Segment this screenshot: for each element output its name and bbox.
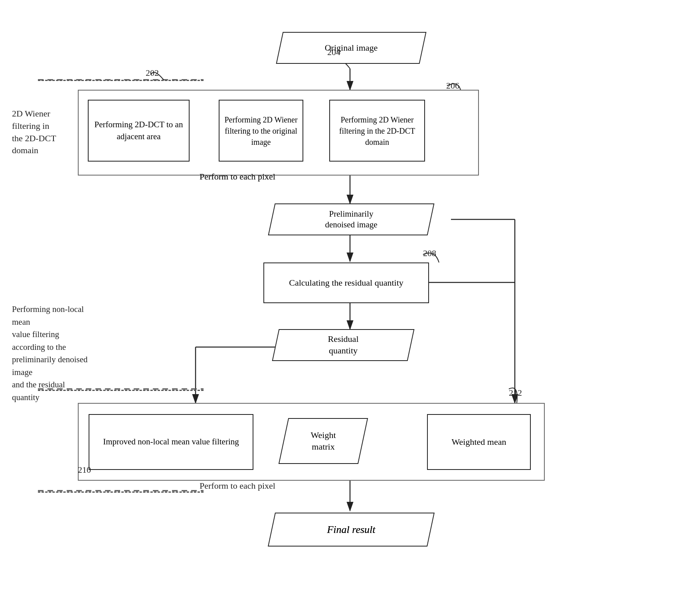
- step-2dcct-label: Performing 2D-DCT to an adjacent area: [89, 119, 189, 142]
- ref-206: 206: [446, 81, 459, 91]
- calc-residual-node: Calculating the residual quantity: [263, 262, 429, 303]
- ref-212: 212: [509, 388, 522, 398]
- prelim-denoised-node: Preliminarilydenoised image: [268, 203, 434, 235]
- residual-qty-node: Residualquantity: [272, 329, 414, 361]
- step-wiener-label: Performing 2D Wiener filtering to the or…: [219, 114, 303, 148]
- final-result-label: Final result: [272, 513, 430, 546]
- step-wiener-node: Performing 2D Wiener filtering to the or…: [219, 100, 303, 162]
- ref-202: 202: [146, 68, 159, 78]
- perform-each-pixel-1-text: Perform to each pixel: [200, 172, 275, 182]
- dashed-line-3: [38, 491, 204, 493]
- prelim-denoised-label: Preliminarilydenoised image: [272, 204, 430, 235]
- improved-nonlocal-label: Improved non-local mean value filtering: [103, 436, 239, 448]
- ref-208: 208: [423, 248, 436, 258]
- residual-qty-label: Residualquantity: [276, 330, 410, 360]
- weight-matrix-label: Weightmatrix: [284, 419, 362, 463]
- final-result-node: Final result: [268, 513, 435, 547]
- diagram: Original image 204 202 Performing 2D-DCT…: [0, 0, 700, 590]
- ref-204: 204: [327, 47, 340, 57]
- dashed-line-2: [38, 390, 204, 391]
- step-domain-label: Performing 2D Wiener filtering in the 2D…: [330, 114, 424, 148]
- wiener-side-label: 2D Wiener filtering inthe 2D-DCT domain: [12, 108, 80, 157]
- ref-210: 210: [78, 465, 91, 475]
- weighted-mean-label: Weighted mean: [452, 436, 506, 448]
- weighted-mean-node: Weighted mean: [427, 414, 531, 470]
- step-2dcct-node: Performing 2D-DCT to an adjacent area: [88, 100, 190, 162]
- improved-nonlocal-node: Improved non-local mean value filtering: [89, 414, 253, 470]
- weight-matrix-node: Weightmatrix: [279, 418, 368, 464]
- dashed-line-1: [38, 80, 204, 81]
- perform-each-pixel-2-text: Perform to each pixel: [200, 481, 275, 491]
- original-image-node: Original image: [276, 32, 426, 64]
- step-domain-node: Performing 2D Wiener filtering in the 2D…: [329, 100, 425, 162]
- non-local-side-label: Performing non-local meanvalue filtering…: [12, 303, 90, 404]
- original-image-label: Original image: [280, 33, 422, 63]
- calc-residual-label: Calculating the residual quantity: [289, 277, 403, 289]
